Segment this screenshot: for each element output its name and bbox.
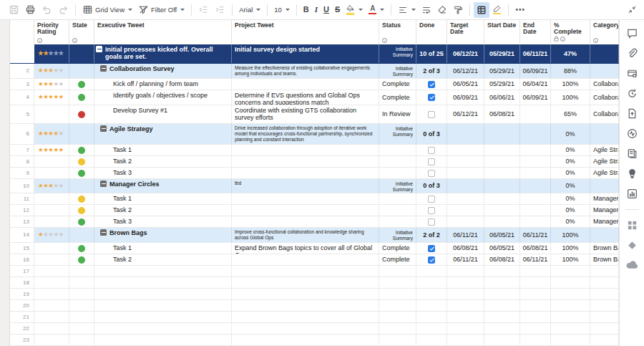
- outdent-button[interactable]: [195, 2, 212, 18]
- cell-priority[interactable]: [34, 168, 69, 178]
- cell-done[interactable]: [416, 90, 447, 105]
- cell-end[interactable]: [520, 179, 551, 193]
- column-header-project[interactable]: Project Tweet: [232, 20, 379, 44]
- cell-end[interactable]: 06/11/21: [520, 44, 551, 63]
- cell-state[interactable]: [69, 193, 94, 204]
- cell-status[interactable]: [379, 323, 416, 334]
- row-number[interactable]: 23: [10, 335, 34, 345]
- cell-done[interactable]: 0 of 3: [416, 124, 447, 144]
- cell-done[interactable]: 2 of 2: [416, 228, 447, 242]
- cell-end[interactable]: [520, 193, 551, 204]
- cell-done[interactable]: [416, 193, 447, 204]
- cloud-icon[interactable]: [625, 259, 639, 270]
- state-yellow-dot[interactable]: [78, 207, 85, 214]
- cell-status[interactable]: [379, 145, 416, 155]
- cell-exec[interactable]: [94, 277, 232, 288]
- print-button[interactable]: [22, 2, 39, 18]
- cell-status[interactable]: [379, 312, 416, 322]
- bar-chart-icon[interactable]: [626, 188, 638, 200]
- cell-priority[interactable]: [34, 254, 69, 265]
- cell-state[interactable]: [69, 168, 94, 178]
- checkbox-unchecked[interactable]: [428, 111, 435, 118]
- cell-state[interactable]: [69, 90, 94, 105]
- cell-status[interactable]: [379, 205, 416, 216]
- cell-category[interactable]: [590, 277, 619, 288]
- cell-project[interactable]: [232, 300, 379, 311]
- cell-project[interactable]: Determine if EVS questions and Global Op…: [232, 90, 379, 105]
- collapse-minus-icon[interactable]: [100, 65, 107, 72]
- checkbox-checked[interactable]: [428, 256, 435, 264]
- cell-start[interactable]: 05/29/21: [484, 64, 520, 78]
- column-header-status[interactable]: Statusi: [379, 20, 416, 44]
- view-mode-dropdown[interactable]: Grid View: [79, 2, 135, 18]
- cell-project[interactable]: [232, 335, 379, 345]
- star-icon[interactable]: ★: [53, 81, 58, 88]
- cell-state[interactable]: [69, 335, 94, 345]
- star-icon[interactable]: ★: [59, 94, 64, 101]
- cell-pct[interactable]: 0%: [551, 124, 590, 144]
- cell-target[interactable]: [447, 145, 484, 155]
- cell-pct[interactable]: [551, 277, 590, 288]
- cell-category[interactable]: Manager Circles: [590, 216, 619, 227]
- cell-end[interactable]: [520, 145, 551, 155]
- row-number[interactable]: 21: [10, 312, 34, 322]
- cell-status[interactable]: [379, 216, 416, 227]
- cell-target[interactable]: 06/12/21: [447, 44, 484, 63]
- cell-state[interactable]: [69, 156, 94, 167]
- activity-pulse-icon[interactable]: [626, 128, 638, 140]
- cell-target[interactable]: [447, 216, 484, 227]
- cell-done[interactable]: [416, 289, 447, 299]
- row-number[interactable]: 19: [10, 289, 34, 299]
- more-options-button[interactable]: •••: [512, 2, 528, 18]
- cell-done[interactable]: [416, 300, 447, 311]
- cell-done[interactable]: 10 of 25: [416, 44, 447, 63]
- checkbox-unchecked[interactable]: [428, 147, 435, 154]
- star-icon[interactable]: ★: [38, 147, 43, 154]
- cell-target[interactable]: 06/09/21: [447, 90, 484, 105]
- font-size-dropdown[interactable]: 10: [271, 2, 293, 18]
- cell-pct[interactable]: 0%: [551, 193, 590, 204]
- row-number[interactable]: 1: [10, 44, 34, 63]
- cell-target[interactable]: [447, 168, 484, 178]
- cell-priority[interactable]: ★★★★★: [34, 79, 69, 90]
- cell-start[interactable]: 06/05/21: [484, 228, 520, 242]
- cell-target[interactable]: [447, 335, 484, 345]
- cell-target[interactable]: [447, 289, 484, 299]
- cell-end[interactable]: [520, 205, 551, 216]
- row-number[interactable]: 7: [10, 145, 34, 155]
- cell-exec[interactable]: Task 2: [94, 205, 232, 216]
- cell-exec[interactable]: Initial processes kicked off. Overall go…: [94, 44, 232, 63]
- cell-end[interactable]: 06/11/21: [520, 228, 551, 242]
- cell-target[interactable]: [447, 179, 484, 193]
- cell-done[interactable]: [416, 79, 447, 90]
- star-icon[interactable]: ★: [53, 50, 58, 57]
- cell-status[interactable]: [379, 266, 416, 277]
- cell-state[interactable]: [69, 64, 94, 78]
- cell-category[interactable]: Manager Circles: [590, 205, 619, 216]
- cell-target[interactable]: 06/11/21: [447, 254, 484, 265]
- cell-exec[interactable]: [94, 323, 232, 334]
- star-icon[interactable]: ★: [53, 183, 58, 190]
- star-icon[interactable]: ★: [48, 147, 53, 154]
- cell-start[interactable]: [484, 323, 520, 334]
- fill-color-button[interactable]: [343, 2, 366, 18]
- cell-category[interactable]: [590, 289, 619, 299]
- cell-state[interactable]: [69, 243, 94, 254]
- grid-squares-icon[interactable]: [626, 219, 638, 231]
- state-yellow-dot[interactable]: [78, 196, 85, 203]
- cell-format-button[interactable]: [474, 2, 489, 18]
- cell-category[interactable]: [590, 64, 619, 78]
- cell-end[interactable]: [520, 156, 551, 167]
- cell-end[interactable]: 06/04/21: [520, 79, 551, 90]
- row-number[interactable]: 10: [10, 179, 34, 193]
- cell-start[interactable]: [484, 312, 520, 322]
- filter-dropdown[interactable]: Filter Off: [135, 2, 187, 18]
- cell-start[interactable]: [484, 335, 520, 345]
- info-icon[interactable]: i: [72, 38, 77, 43]
- cell-project[interactable]: Drive increased collaboration through ad…: [232, 124, 379, 144]
- cell-end[interactable]: 06/09/21: [520, 64, 551, 78]
- cell-end[interactable]: [520, 216, 551, 227]
- cell-category[interactable]: [590, 335, 619, 345]
- cell-end[interactable]: [520, 168, 551, 178]
- cell-target[interactable]: [447, 300, 484, 311]
